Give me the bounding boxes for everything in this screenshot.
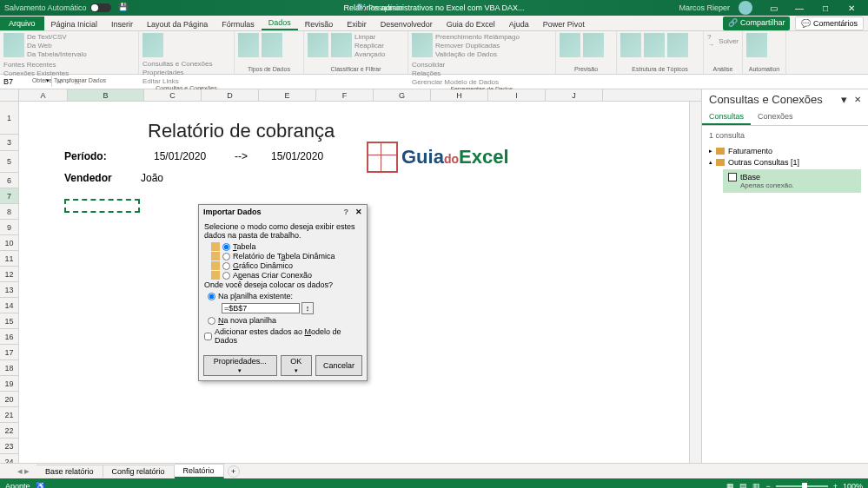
dialog-help-icon[interactable]: ? — [344, 208, 349, 216]
ref-input[interactable] — [222, 303, 300, 313]
tab-review[interactable]: Revisão — [298, 17, 341, 30]
radio-conn[interactable] — [222, 272, 230, 280]
solver-button[interactable]: ?→ Solver — [707, 33, 739, 49]
accessibility-icon[interactable]: ♿ — [36, 482, 45, 489]
minimize-button[interactable]: — — [787, 0, 812, 16]
add-sheet-button[interactable]: + — [228, 465, 240, 478]
col-header-d[interactable]: D — [202, 89, 259, 101]
row-header-17[interactable]: 17 — [0, 345, 18, 360]
tab-data[interactable]: Dados — [262, 16, 298, 30]
ungroup-icon[interactable] — [644, 33, 665, 57]
table-range-button[interactable]: Da Tabela/Intervalo — [27, 50, 87, 58]
query-tbase[interactable]: tBase Apenas conexão. — [723, 169, 861, 193]
zoom-out-icon[interactable]: − — [765, 482, 770, 489]
zoom-in-icon[interactable]: + — [833, 482, 838, 489]
tab-powerpivot[interactable]: Power Pivot — [536, 17, 592, 30]
row-header-16[interactable]: 16 — [0, 329, 18, 345]
row-header-13[interactable]: 13 — [0, 282, 18, 298]
row-header-6[interactable]: 6 — [0, 173, 18, 188]
row-header-3[interactable]: 3 — [0, 135, 18, 151]
tab-layout[interactable]: Layout da Página — [140, 17, 215, 30]
ribbon-display-icon[interactable]: ▭ — [761, 0, 785, 16]
prev-sheet-icon[interactable]: ◂ — [17, 465, 23, 477]
get-data-icon[interactable] — [3, 33, 24, 57]
autosave-toggle[interactable]: Salvamento Automático — [4, 3, 111, 12]
vertical-scrollbar[interactable] — [689, 102, 701, 463]
next-sheet-icon[interactable]: ▸ — [24, 465, 30, 477]
properties-button[interactable]: Propriedades — [142, 69, 213, 76]
sheet-config[interactable]: Config relatório — [103, 465, 175, 478]
save-icon[interactable]: 💾 — [118, 3, 129, 13]
row-header-19[interactable]: 19 — [0, 376, 18, 392]
subtotal-icon[interactable] — [667, 33, 688, 57]
row-header-9[interactable]: 9 — [0, 220, 18, 235]
flow-icon[interactable] — [746, 33, 767, 57]
geography-icon[interactable] — [262, 33, 282, 57]
group-icon[interactable] — [620, 33, 641, 57]
panel-dropdown-icon[interactable]: ▾ — [841, 93, 847, 106]
col-header-g[interactable]: G — [374, 89, 431, 101]
tab-help[interactable]: Ajuda — [502, 17, 536, 30]
view-break-icon[interactable]: ▥ — [752, 482, 760, 489]
tab-home[interactable]: Página Inicial — [44, 17, 105, 30]
row-header-12[interactable]: 12 — [0, 267, 18, 282]
dialog-close-icon[interactable]: ✕ — [355, 208, 362, 216]
zoom-value[interactable]: 100% — [843, 482, 863, 489]
row-header-18[interactable]: 18 — [0, 360, 18, 376]
radio-new[interactable] — [208, 317, 215, 325]
tab-consultas[interactable]: Consultas — [702, 109, 751, 125]
row-header-23[interactable]: 23 — [0, 439, 18, 454]
row-header-11[interactable]: 11 — [0, 251, 18, 267]
col-header-h[interactable]: H — [431, 89, 488, 101]
forecast-icon[interactable] — [583, 33, 604, 57]
row-header-8[interactable]: 8 — [0, 204, 18, 220]
recent-sources-button[interactable]: Fontes Recentes — [3, 61, 69, 69]
row-header-7[interactable]: 7 — [0, 188, 18, 204]
stocks-icon[interactable] — [238, 33, 259, 57]
sheet-base[interactable]: Base relatório — [36, 465, 103, 478]
validation-button[interactable]: Validação de Dados — [435, 50, 520, 58]
view-layout-icon[interactable]: ▤ — [739, 482, 747, 489]
col-header-e[interactable]: E — [259, 89, 316, 101]
username[interactable]: Marcos Rieper — [679, 3, 730, 12]
ref-picker-icon[interactable]: ↕ — [301, 302, 314, 314]
file-tab[interactable]: Arquivo — [0, 16, 44, 30]
col-header-b[interactable]: B — [68, 89, 144, 101]
text-csv-button[interactable]: De Text/CSV — [27, 33, 87, 41]
tab-insert[interactable]: Inserir — [104, 17, 140, 30]
row-header-5[interactable]: 5 — [0, 151, 18, 173]
folder-faturamento[interactable]: ▸ Faturamento — [709, 147, 861, 155]
data-model-button[interactable]: Gerenciar Modelo de Dados — [412, 78, 499, 86]
col-header-a[interactable]: A — [19, 89, 68, 101]
sheet-relatorio[interactable]: Relatório — [175, 464, 224, 478]
row-header-14[interactable]: 14 — [0, 298, 18, 313]
radio-chart[interactable] — [222, 262, 230, 270]
flash-fill-button[interactable]: Preenchimento Relâmpago — [435, 33, 520, 41]
row-header-24[interactable]: 24 — [0, 454, 18, 463]
advanced-button[interactable]: Avançado — [354, 50, 385, 58]
consolidate-button[interactable]: Consolidar — [412, 61, 499, 69]
cancel-formula-icon[interactable]: ✕ — [56, 78, 62, 86]
tab-conexoes[interactable]: Conexões — [751, 109, 800, 125]
name-box[interactable]: B7 — [0, 76, 52, 87]
cancel-button[interactable]: Cancelar — [315, 355, 362, 376]
row-header-10[interactable]: 10 — [0, 235, 18, 251]
tab-guia[interactable]: Guia do Excel — [440, 17, 502, 30]
row-header-20[interactable]: 20 — [0, 392, 18, 407]
user-avatar[interactable] — [739, 1, 752, 15]
col-header-i[interactable]: I — [488, 89, 546, 101]
clear-button[interactable]: Limpar — [354, 33, 385, 41]
properties-button[interactable]: Propriedades... — [203, 355, 277, 376]
text-to-col-icon[interactable] — [412, 33, 433, 57]
ok-button[interactable]: OK — [281, 355, 312, 376]
col-header-f[interactable]: F — [316, 89, 374, 101]
radio-existing[interactable] — [208, 293, 215, 300]
view-normal-icon[interactable]: ▦ — [726, 482, 734, 489]
filter-icon[interactable] — [331, 33, 352, 57]
radio-table[interactable] — [222, 243, 230, 251]
row-header-21[interactable]: 21 — [0, 407, 18, 423]
refresh-icon[interactable] — [142, 33, 163, 57]
tab-formulas[interactable]: Fórmulas — [215, 17, 262, 30]
col-header-c[interactable]: C — [144, 89, 202, 101]
enter-formula-icon[interactable]: ✓ — [65, 78, 71, 86]
